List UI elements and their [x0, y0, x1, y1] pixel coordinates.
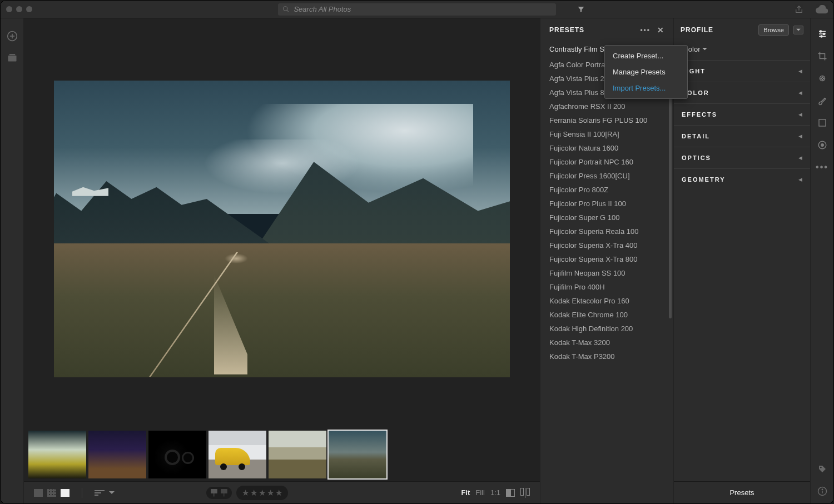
- left-rail: [1, 18, 24, 503]
- crop-icon[interactable]: [817, 51, 828, 62]
- edit-section-effects[interactable]: EFFECTS◀: [674, 103, 810, 125]
- flag-star-group: ★ ★ ★ ★ ★: [206, 486, 288, 500]
- grid-large-button[interactable]: [34, 489, 43, 497]
- preset-item[interactable]: Fujicolor Press 1600[CU]: [549, 169, 673, 183]
- section-title: DETAIL: [682, 133, 710, 139]
- preset-item[interactable]: Kodak Elite Chrome 100: [549, 308, 673, 322]
- menu-create-preset[interactable]: Create Preset...: [605, 48, 687, 64]
- profile-dropdown-button[interactable]: [793, 26, 803, 34]
- compare-button[interactable]: [520, 488, 530, 498]
- star-2[interactable]: ★: [250, 488, 257, 498]
- linear-gradient-icon[interactable]: [817, 117, 828, 128]
- thumbnail[interactable]: [148, 431, 206, 478]
- presets-more-button[interactable]: •••: [640, 26, 651, 34]
- edit-section-optics[interactable]: OPTICS◀: [674, 147, 810, 168]
- thumbnail[interactable]: [209, 431, 266, 478]
- star-4[interactable]: ★: [267, 488, 274, 498]
- sort-icon: [95, 490, 105, 496]
- star-1[interactable]: ★: [242, 488, 249, 498]
- zoom-controls: Fit Fill 1:1: [461, 488, 530, 498]
- info-icon[interactable]: [817, 486, 828, 497]
- preset-item[interactable]: Ferrania Solaris FG PLUS 100: [549, 113, 673, 127]
- preset-item[interactable]: Fujicolor Pro 800Z: [549, 183, 673, 197]
- photo-viewer[interactable]: [24, 18, 540, 428]
- menu-import-presets[interactable]: Import Presets...: [605, 80, 687, 96]
- preset-item[interactable]: Fujicolor Super G 100: [549, 211, 673, 224]
- radial-gradient-icon[interactable]: [817, 139, 828, 151]
- brush-icon[interactable]: [817, 95, 828, 106]
- thumbnail[interactable]: [28, 431, 86, 478]
- single-view-button[interactable]: [61, 489, 70, 497]
- close-window-button[interactable]: [6, 6, 12, 12]
- healing-icon[interactable]: [817, 73, 828, 84]
- zoom-window-button[interactable]: [26, 6, 32, 12]
- star-5[interactable]: ★: [275, 488, 282, 498]
- svg-point-21: [820, 467, 822, 468]
- svg-point-20: [821, 144, 823, 147]
- search-input[interactable]: [294, 5, 552, 13]
- filmstrip: [24, 428, 540, 481]
- show-original-button[interactable]: [506, 489, 515, 497]
- preset-item[interactable]: Kodak High Definition 200: [549, 322, 673, 336]
- flag-pick-button[interactable]: [211, 489, 217, 497]
- preset-item[interactable]: Fuji Sensia II 100[RA]: [549, 127, 673, 141]
- edit-section-geometry[interactable]: GEOMETRY◀: [674, 168, 810, 190]
- zoom-fit[interactable]: Fit: [461, 488, 470, 497]
- svg-point-17: [822, 79, 823, 81]
- minimize-window-button[interactable]: [16, 6, 22, 12]
- preset-item[interactable]: Fujicolor Natura 1600: [549, 141, 673, 155]
- svg-point-12: [821, 36, 822, 37]
- thumbnail[interactable]: [88, 431, 146, 478]
- share-icon[interactable]: [795, 5, 803, 14]
- preset-item[interactable]: Fujifilm Neopan SS 100: [549, 266, 673, 280]
- edit-section-light[interactable]: LIGHT◀: [674, 60, 810, 82]
- svg-point-15: [822, 77, 823, 78]
- search-bar[interactable]: [278, 3, 556, 16]
- svg-point-0: [284, 7, 287, 11]
- preset-item[interactable]: Fujicolor Superia X-Tra 400: [549, 238, 673, 252]
- cloud-sync-icon[interactable]: [816, 5, 828, 14]
- sort-group[interactable]: [95, 490, 115, 496]
- zoom-fill[interactable]: Fill: [475, 488, 485, 497]
- add-photos-icon[interactable]: [7, 31, 18, 42]
- edit-section-detail[interactable]: DETAIL◀: [674, 125, 810, 147]
- filter-icon[interactable]: [577, 6, 585, 13]
- search-icon: [282, 6, 289, 13]
- canvas-column: ★ ★ ★ ★ ★ Fit Fill 1:1: [24, 18, 540, 503]
- section-title: OPTICS: [682, 154, 711, 161]
- grid-small-button[interactable]: [47, 489, 56, 497]
- edit-panel: PROFILE Browse CColor LIGHT◀COLOR◀EFFECT…: [673, 18, 810, 503]
- star-rating[interactable]: ★ ★ ★ ★ ★: [236, 486, 288, 500]
- svg-rect-13: [818, 75, 826, 82]
- edit-section-color[interactable]: COLOR◀: [674, 82, 810, 103]
- preset-item[interactable]: Fujicolor Superia Reala 100: [549, 224, 673, 238]
- flag-reject-button[interactable]: [221, 489, 227, 497]
- preset-item[interactable]: Fujicolor Superia X-Tra 800: [549, 252, 673, 266]
- presets-close-button[interactable]: ✕: [657, 26, 664, 34]
- edit-sliders-icon[interactable]: [817, 28, 828, 39]
- menu-manage-presets[interactable]: Manage Presets: [605, 64, 687, 80]
- zoom-1to1[interactable]: 1:1: [490, 488, 500, 497]
- right-rail: •••: [810, 18, 833, 503]
- preset-item[interactable]: Kodak T-Max P3200: [549, 350, 673, 363]
- more-icon[interactable]: •••: [817, 162, 828, 173]
- browse-profiles-button[interactable]: Browse: [758, 24, 789, 36]
- thumbnail-selected[interactable]: [329, 431, 386, 478]
- chevron-down-icon: [109, 491, 115, 495]
- preset-item[interactable]: Agfachrome RSX II 200: [549, 99, 673, 113]
- my-photos-icon[interactable]: [7, 53, 17, 62]
- preset-item[interactable]: Fujicolor Portrait NPC 160: [549, 155, 673, 169]
- bottom-toolbar: ★ ★ ★ ★ ★ Fit Fill 1:1: [24, 481, 540, 503]
- profile-value-row[interactable]: CColor: [674, 42, 810, 60]
- preset-item[interactable]: Kodak T-Max 3200: [549, 336, 673, 350]
- preset-list[interactable]: Contrastly Film Sims Agfa Color Portrait…: [540, 42, 673, 503]
- collapse-triangle-icon: ◀: [798, 90, 802, 96]
- presets-footer-button[interactable]: Presets: [674, 481, 810, 503]
- thumbnail[interactable]: [269, 431, 326, 478]
- tag-icon[interactable]: [817, 463, 828, 475]
- star-3[interactable]: ★: [259, 488, 266, 498]
- preset-item[interactable]: Kodak Ektacolor Pro 160: [549, 294, 673, 308]
- preset-item[interactable]: Fujifilm Pro 400H: [549, 280, 673, 294]
- preset-item[interactable]: Fujicolor Pro Plus II 100: [549, 197, 673, 211]
- separator: [82, 488, 82, 498]
